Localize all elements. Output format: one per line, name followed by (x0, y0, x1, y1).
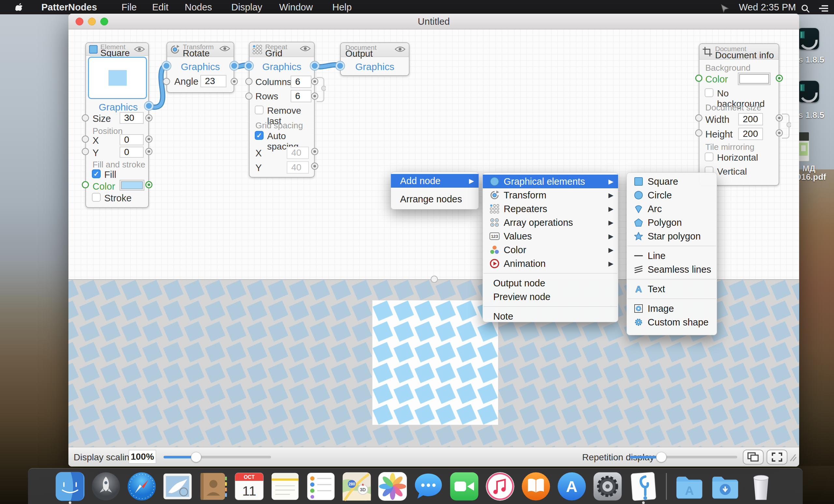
dock-launchpad-icon[interactable] (91, 471, 121, 502)
port-rotate-angle-out[interactable] (231, 78, 238, 85)
node-document-info[interactable]: Document Document info Background Color … (699, 43, 779, 186)
dock-itunes-icon[interactable] (485, 471, 515, 502)
spotlight-icon[interactable] (801, 3, 810, 12)
node-document-output[interactable]: Document Output Graphics (340, 42, 410, 76)
status-app-icon[interactable] (720, 3, 730, 12)
menubar-nodes[interactable]: Nodes (185, 0, 212, 14)
port-square-size-out[interactable] (145, 114, 152, 122)
menu-item-custom-shape[interactable]: Custom shape (627, 315, 717, 329)
wire-square-to-rotate[interactable] (149, 66, 167, 107)
port-square-size-in[interactable] (82, 114, 89, 122)
width-height-link-icon[interactable] (781, 111, 791, 141)
node-preview-box[interactable] (88, 57, 147, 99)
port-grid-graphics-in[interactable] (245, 62, 253, 70)
menu-item-color[interactable]: Color ▶ (483, 243, 618, 257)
menu-item-transform[interactable]: Transform ▶ (483, 188, 618, 202)
menubar-edit[interactable]: Edit (152, 0, 169, 14)
menu-item-image[interactable]: Image (627, 302, 717, 315)
fill-checkbox[interactable]: ✓ (92, 170, 101, 178)
port-rotate-graphics-out[interactable] (230, 62, 239, 70)
menu-item-arc[interactable]: Arc (627, 202, 717, 216)
menu-item-graphical-elements[interactable]: Graphical elements ▶ (483, 175, 618, 188)
dock-reminders-icon[interactable] (306, 471, 336, 502)
port-grid-x-out[interactable] (311, 148, 318, 155)
dock-photos-icon[interactable] (377, 471, 408, 502)
angle-field[interactable]: 23 (200, 75, 226, 87)
menu-item-note[interactable]: Note (483, 309, 618, 323)
dock-mail-icon[interactable] (162, 471, 193, 502)
dock-safari-icon[interactable] (126, 471, 157, 502)
menu-item-repeaters[interactable]: Repeaters ▶ (483, 202, 618, 216)
node-header[interactable]: Element Square (86, 43, 148, 56)
desktop-icon-disk2[interactable] (797, 81, 819, 102)
menu-item-animation[interactable]: Animation ▶ (483, 257, 618, 270)
dock-messages-icon[interactable] (413, 471, 444, 502)
menu-item-line[interactable]: Line (627, 249, 717, 263)
size-field[interactable]: 30 (119, 112, 144, 124)
spacing-y-field[interactable]: 40 (287, 161, 309, 174)
port-grid-rows-out[interactable] (311, 92, 318, 100)
window-resize-grip[interactable] (788, 452, 797, 462)
desktop-icon-pdf[interactable] (797, 132, 809, 161)
eye-icon[interactable] (134, 46, 145, 54)
menu-item-star-polygon[interactable]: Star polygon (627, 229, 717, 243)
port-grid-columns-out[interactable] (311, 78, 318, 85)
menubar-help[interactable]: Help (332, 0, 352, 14)
menubar-clock[interactable]: Wed 2:35 PM (739, 0, 796, 14)
title-bar[interactable]: Untitled (68, 14, 799, 29)
port-grid-columns-in[interactable] (245, 78, 253, 85)
port-docinfo-color-out[interactable] (776, 74, 783, 82)
background-color-well[interactable] (738, 73, 770, 85)
width-field[interactable]: 200 (738, 113, 763, 126)
dock-finder-icon[interactable] (55, 471, 85, 502)
port-square-color-in[interactable] (82, 181, 89, 188)
no-background-checkbox[interactable] (705, 88, 714, 97)
horizontal-checkbox[interactable] (705, 152, 714, 161)
tile-overlap-button[interactable] (743, 450, 764, 465)
height-field[interactable]: 200 (738, 128, 763, 140)
port-square-x-in[interactable] (82, 135, 89, 143)
port-grid-y-out[interactable] (311, 162, 318, 170)
menu-item-preview-node[interactable]: Preview node (483, 290, 618, 304)
port-square-color-out[interactable] (145, 181, 152, 188)
dock-downloads-folder-icon[interactable] (710, 471, 741, 502)
columns-field[interactable]: 6 (291, 75, 311, 88)
menu-item-text[interactable]: A Text (627, 282, 717, 296)
splitter-handle[interactable] (431, 276, 438, 283)
menu-item-output-node[interactable]: Output node (483, 276, 618, 290)
node-header[interactable]: Transform Rotate (167, 42, 234, 57)
menubar-file[interactable]: File (122, 0, 137, 14)
remove-last-checkbox[interactable] (255, 106, 264, 114)
dock-patternodes-icon[interactable] (628, 471, 659, 502)
display-scaling-slider-thumb[interactable] (191, 452, 201, 462)
port-grid-graphics-out[interactable] (310, 62, 319, 70)
eye-icon[interactable] (300, 45, 311, 53)
node-repeat-grid[interactable]: Repeat Grid Graphics Columns 6 Rows 6 Re… (249, 42, 315, 178)
menu-item-seamless-lines[interactable]: Seamless lines (627, 263, 717, 276)
port-square-y-out[interactable] (145, 148, 152, 155)
menu-item-add-node[interactable]: Add node ▶ (391, 174, 479, 188)
desktop-icon-disk1[interactable] (797, 28, 819, 49)
dock-applications-folder-icon[interactable]: A (674, 471, 705, 502)
menu-item-square[interactable]: Square (627, 175, 717, 188)
node-transform-rotate[interactable]: Transform Rotate Graphics Angle 23 (167, 42, 234, 93)
fill-color-well[interactable] (119, 180, 144, 191)
port-square-graphics-out[interactable] (145, 102, 153, 110)
node-header[interactable]: Repeat Grid (249, 42, 314, 57)
port-docinfo-width-in[interactable] (695, 114, 702, 122)
x-field[interactable]: 0 (119, 134, 144, 145)
port-rotate-angle-in[interactable] (163, 78, 170, 85)
y-field[interactable]: 0 (119, 147, 144, 158)
menu-item-arrange-nodes[interactable]: Arrange nodes (391, 192, 479, 206)
eye-icon[interactable] (219, 45, 230, 53)
repetition-display-slider-thumb[interactable] (656, 452, 666, 462)
repetition-display-slider[interactable] (630, 456, 737, 458)
menu-item-values[interactable]: 123 Values ▶ (483, 229, 618, 243)
port-rotate-graphics-in[interactable] (162, 62, 171, 70)
port-square-x-out[interactable] (145, 135, 152, 143)
menu-item-array-operations[interactable]: Array operations ▶ (483, 216, 618, 229)
auto-spacing-checkbox[interactable]: ✓ (255, 131, 264, 140)
dock-trash-icon[interactable] (746, 471, 776, 502)
port-docinfo-height-in[interactable] (695, 129, 702, 136)
node-header[interactable]: Document Output (341, 43, 409, 57)
